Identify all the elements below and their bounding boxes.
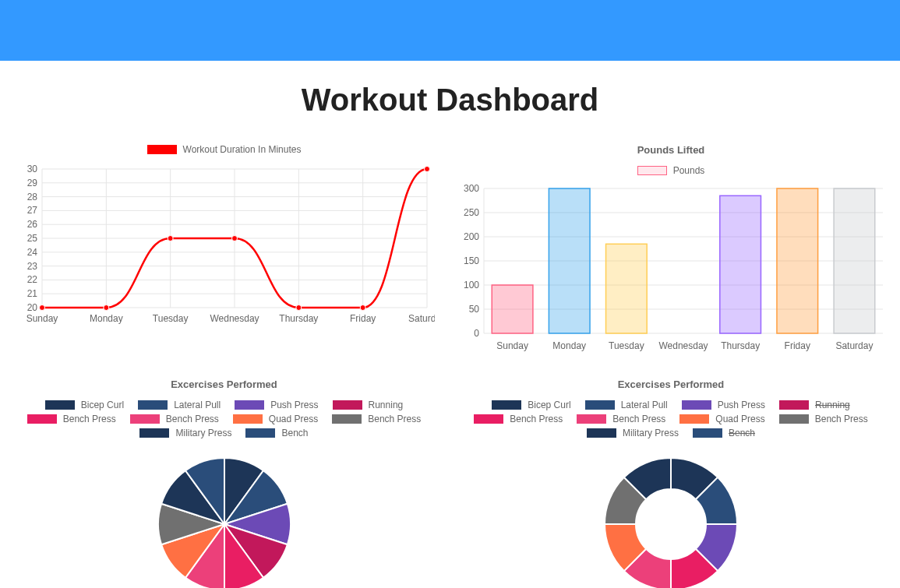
svg-text:30: 30: [26, 164, 37, 174]
legend-label: Military Press: [623, 428, 679, 438]
svg-text:150: 150: [464, 255, 479, 266]
svg-text:Thursday: Thursday: [279, 313, 318, 324]
svg-text:Saturday: Saturday: [835, 340, 873, 351]
legend-item-duration[interactable]: Workout Duration In Minutes: [147, 144, 302, 155]
legend-item[interactable]: Bench Press: [577, 414, 665, 424]
svg-text:28: 28: [26, 192, 37, 202]
legend-item-pounds[interactable]: Pounds: [637, 165, 705, 176]
legend-label: Bench: [729, 428, 755, 438]
legend-label: Bench Press: [510, 414, 563, 424]
legend-item[interactable]: Bench: [245, 428, 308, 438]
legend-item[interactable]: Military Press: [139, 428, 231, 438]
legend-swatch: [492, 400, 521, 410]
legend-swatch: [693, 428, 722, 438]
legend-swatch: [147, 145, 177, 154]
legend-swatch: [474, 414, 503, 424]
legend-label: Bicep Curl: [528, 400, 570, 410]
svg-text:250: 250: [464, 207, 479, 218]
svg-text:26: 26: [26, 219, 37, 230]
legend-item[interactable]: Bench Press: [332, 414, 421, 424]
legend-item[interactable]: Bicep Curl: [45, 400, 124, 410]
legend-label: Bench Press: [368, 414, 421, 424]
legend-label: Push Press: [270, 400, 318, 410]
legend-swatch: [27, 414, 57, 424]
svg-text:Saturday: Saturday: [408, 313, 434, 324]
duration-legend[interactable]: Workout Duration In Minutes: [11, 144, 437, 155]
legend-label: Military Press: [175, 428, 231, 438]
legend-label: Running: [369, 400, 404, 410]
svg-text:300: 300: [464, 184, 479, 194]
legend-label: Running: [815, 400, 850, 410]
pie-legend[interactable]: Bicep CurlLateral PullPush PressRunningB…: [11, 400, 437, 438]
legend-swatch: [332, 414, 362, 424]
legend-item[interactable]: Bench Press: [474, 414, 563, 424]
legend-item[interactable]: Bench Press: [27, 414, 116, 424]
legend-item[interactable]: Push Press: [682, 400, 765, 410]
svg-rect-68: [834, 188, 875, 333]
legend-item[interactable]: Bench: [693, 428, 755, 438]
legend-item[interactable]: Bicep Curl: [492, 400, 570, 410]
legend-item[interactable]: Lateral Pull: [138, 400, 221, 410]
bar-legend[interactable]: Pounds: [453, 165, 889, 176]
svg-text:0: 0: [474, 328, 479, 339]
svg-text:Wednesday: Wednesday: [210, 313, 259, 324]
svg-text:Sunday: Sunday: [496, 340, 528, 351]
legend-item[interactable]: Push Press: [235, 400, 318, 410]
legend-swatch: [138, 400, 168, 410]
legend-label: Bench Press: [63, 414, 116, 424]
svg-text:29: 29: [26, 178, 37, 188]
bar-chart-svg: 050100150200250300SundayMondayTuesdayWed…: [453, 184, 889, 355]
legend-swatch: [587, 428, 616, 438]
legend-swatch: [333, 400, 362, 410]
svg-text:21: 21: [26, 288, 37, 299]
legend-swatch: [233, 414, 263, 424]
svg-point-37: [103, 305, 108, 311]
svg-text:200: 200: [464, 231, 479, 242]
svg-text:Monday: Monday: [89, 313, 122, 324]
legend-label: Lateral Pull: [174, 400, 221, 410]
legend-swatch: [637, 166, 667, 175]
legend-item[interactable]: Bench Press: [779, 414, 868, 424]
legend-item[interactable]: Quad Press: [233, 414, 318, 424]
legend-swatch: [130, 414, 160, 424]
legend-item[interactable]: Quad Press: [679, 414, 764, 424]
svg-text:Tuesday: Tuesday: [609, 340, 644, 351]
svg-rect-64: [720, 195, 761, 333]
svg-text:Friday: Friday: [349, 313, 375, 324]
svg-point-40: [295, 305, 301, 311]
svg-point-42: [424, 167, 429, 172]
legend-label: Quad Press: [269, 414, 318, 424]
svg-text:Thursday: Thursday: [721, 340, 760, 351]
legend-label: Bench: [281, 428, 308, 438]
pounds-bar-chart: Pounds Lifted Pounds 050100150200250300S…: [453, 144, 889, 355]
legend-item[interactable]: Military Press: [587, 428, 679, 438]
svg-text:100: 100: [464, 280, 479, 290]
doughnut-legend[interactable]: Bicep CurlLateral PullPush PressRunningB…: [453, 400, 889, 438]
svg-point-38: [168, 236, 173, 241]
legend-item[interactable]: Bench Press: [130, 414, 219, 424]
exercises-pie-chart: Excercises Performed Bicep CurlLateral P…: [11, 379, 437, 588]
svg-point-39: [231, 236, 237, 241]
doughnut-chart-title: Excercises Performed: [453, 379, 889, 390]
page-title: Workout Dashboard: [0, 83, 900, 118]
legend-swatch: [679, 414, 709, 424]
legend-swatch: [245, 428, 275, 438]
pie-chart-title: Excercises Performed: [11, 379, 437, 390]
doughnut-chart-svg: [593, 446, 749, 588]
legend-swatch: [45, 400, 75, 410]
svg-text:Wednesday: Wednesday: [658, 340, 708, 351]
legend-item[interactable]: Lateral Pull: [585, 400, 668, 410]
legend-label: Pounds: [673, 165, 705, 176]
legend-item[interactable]: Running: [333, 400, 404, 410]
legend-label: Lateral Pull: [621, 400, 668, 410]
legend-label: Bench Press: [166, 414, 219, 424]
top-banner: [0, 0, 900, 61]
legend-label: Push Press: [718, 400, 765, 410]
legend-swatch: [585, 400, 615, 410]
svg-text:22: 22: [26, 274, 37, 285]
dashboard: Workout Duration In Minutes 202122232425…: [0, 144, 900, 588]
exercises-doughnut-chart: Excercises Performed Bicep CurlLateral P…: [453, 379, 889, 588]
legend-label: Bench Press: [612, 414, 665, 424]
legend-item[interactable]: Running: [779, 400, 850, 410]
duration-line-chart: Workout Duration In Minutes 202122232425…: [11, 144, 437, 355]
